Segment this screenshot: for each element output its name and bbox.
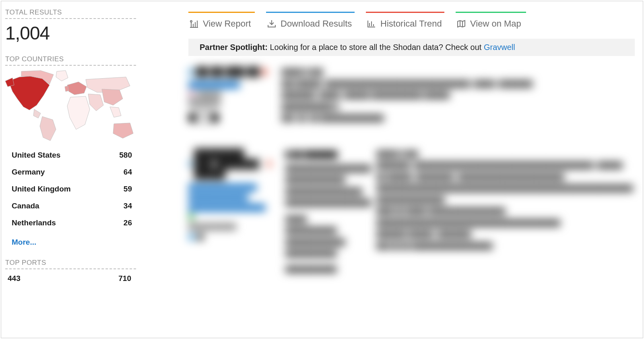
country-name: United States <box>12 151 60 160</box>
protocol-icon <box>188 69 193 75</box>
country-count: 580 <box>119 151 132 160</box>
country-row[interactable]: Germany 64 <box>12 168 132 177</box>
country-count: 26 <box>124 218 132 227</box>
sidebar: TOTAL RESULTS 1,004 TOP COUNTRIES <box>1 1 140 338</box>
world-map-svg <box>5 69 136 144</box>
svg-point-0 <box>190 21 192 22</box>
protocol-icon <box>188 160 192 167</box>
country-count: 34 <box>124 202 132 210</box>
country-row[interactable]: United States 580 <box>12 151 132 160</box>
result-meta: ██████ <box>188 91 267 98</box>
action-label: Download Results <box>281 19 352 29</box>
total-results-label: TOTAL RESULTS <box>5 8 136 17</box>
country-row[interactable]: Netherlands 26 <box>12 218 132 227</box>
world-map[interactable] <box>5 69 136 144</box>
result-meta <box>188 214 271 221</box>
alert-icon <box>268 160 271 167</box>
results-list-blurred: ██.██.███.██ ████████████ ██████ ███████… <box>188 67 635 275</box>
country-count: 59 <box>124 185 132 193</box>
result-hostname: ██████████████ <box>188 194 271 201</box>
total-results-value: 1,004 <box>5 22 136 44</box>
country-name: Canada <box>12 202 39 210</box>
action-label: Historical Trend <box>380 19 442 29</box>
map-icon <box>456 19 466 28</box>
result-item: ██.██.███.██ ████████████ ██████ ███████… <box>188 67 635 124</box>
result-item: ████████ ███ ███████ █████ █████████████… <box>188 148 635 275</box>
result-body: █████ █ ███ ████████ ███████████████████… <box>376 148 635 275</box>
partner-bold-label: Partner Spotlight: <box>200 43 268 52</box>
result-mid: █ ██ ███████ ████████████████████ ██████… <box>285 148 362 275</box>
alert-icon <box>262 69 267 75</box>
report-icon <box>189 19 199 28</box>
port-row[interactable]: 443 710 <box>5 272 136 283</box>
divider <box>5 18 136 19</box>
country-list: United States 580 Germany 64 United King… <box>5 151 136 227</box>
icon-row <box>188 234 271 240</box>
country-name: Netherlands <box>12 218 56 227</box>
country-name: Germany <box>12 168 45 177</box>
country-row[interactable]: Canada 34 <box>12 202 132 210</box>
result-meta: ████████████ <box>188 223 271 230</box>
divider <box>5 268 136 269</box>
divider <box>5 65 136 66</box>
result-title: ██.██.███.██ <box>188 67 267 77</box>
tag-icon <box>197 234 204 240</box>
tag-icon <box>188 234 195 240</box>
view-report-button[interactable]: View Report <box>188 12 255 29</box>
result-meta: ████████ <box>188 100 267 106</box>
main: View Report Download Results <box>140 1 643 338</box>
accent-bar <box>266 12 355 13</box>
view-on-map-button[interactable]: View on Map <box>456 12 526 29</box>
accent-bar <box>366 12 444 13</box>
historical-trend-button[interactable]: Historical Trend <box>366 12 444 29</box>
partner-link[interactable]: Gravwell <box>484 43 515 52</box>
chart-icon <box>367 19 376 28</box>
country-count: 64 <box>124 168 132 177</box>
top-ports-label: TOP PORTS <box>5 259 136 267</box>
port-count: 710 <box>118 274 131 283</box>
accent-bar <box>188 12 255 13</box>
partner-text: Looking for a place to store all the Sho… <box>268 43 484 52</box>
country-name: United Kingdom <box>12 185 71 193</box>
port-name: 443 <box>8 274 21 283</box>
partner-spotlight-banner: Partner Spotlight: Looking for a place t… <box>188 39 635 56</box>
country-row[interactable]: United Kingdom 59 <box>12 185 132 193</box>
status-icon <box>188 214 194 220</box>
result-hostname: ████████████████ <box>188 184 271 191</box>
result-hostname: ████████████ <box>188 81 267 88</box>
action-bar: View Report Download Results <box>188 12 635 29</box>
flag-icon <box>188 92 195 97</box>
action-label: View Report <box>203 19 251 29</box>
download-icon <box>267 19 277 28</box>
tag-pill: ████ <box>188 113 219 123</box>
result-hostname: ██████████████████ <box>188 204 271 211</box>
more-link[interactable]: More... <box>12 238 36 247</box>
top-countries-label: TOP COUNTRIES <box>5 55 136 63</box>
action-label: View on Map <box>470 19 521 29</box>
download-results-button[interactable]: Download Results <box>266 12 355 29</box>
accent-bar <box>456 12 526 13</box>
result-body: █████ █ ███ ███ ██████ █████████████████… <box>281 67 635 124</box>
result-title: ████████ ███ ███████ █████ <box>188 148 271 180</box>
